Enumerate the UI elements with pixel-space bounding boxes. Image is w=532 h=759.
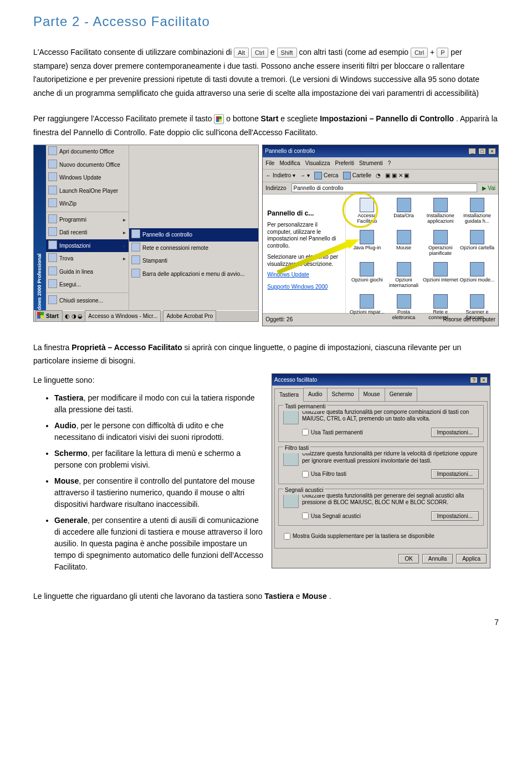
- address-input[interactable]: [291, 183, 477, 192]
- windows-key-icon: [214, 114, 224, 124]
- start-menu-item[interactable]: Chiudi sessione...: [46, 294, 129, 307]
- window-body: Pannello di c... Per personalizzare il c…: [263, 194, 498, 313]
- minimize-button[interactable]: _: [468, 148, 476, 155]
- text: L'Accesso Facilitato consente di utilizz…: [33, 48, 234, 57]
- start-menu-item[interactable]: Guida in linea: [46, 265, 129, 279]
- taskbar-app-1[interactable]: Accesso a Windows - Micr...: [85, 310, 161, 322]
- control-panel-item[interactable]: Rete e connessi...: [423, 294, 458, 325]
- dialog-tab[interactable]: Mouse: [359, 388, 385, 401]
- control-panel-window: Pannello di controllo _ □ × FileModifica…: [262, 145, 499, 326]
- start-menu-item[interactable]: Stampanti: [129, 254, 258, 268]
- group-label: Tasti permanenti: [283, 402, 327, 412]
- search-button[interactable]: Cerca: [314, 171, 339, 181]
- history-icon[interactable]: ◔: [376, 171, 381, 181]
- start-menu-item[interactable]: Esegui...: [46, 278, 129, 291]
- dialog-tab[interactable]: Tastiera: [274, 388, 304, 402]
- group-text: Utilizzare questa funzionalità per ridur…: [302, 450, 479, 464]
- bold: Mouse: [302, 592, 326, 601]
- start-menu-item[interactable]: Launch RealOne Player: [46, 184, 129, 198]
- control-panel-item[interactable]: Installazione applicazioni: [423, 198, 458, 229]
- group-text: Utilizzare questa funzionalità per gener…: [302, 493, 479, 506]
- dialog-tab[interactable]: Schermo: [327, 388, 359, 401]
- menu-item[interactable]: Strumenti: [359, 158, 383, 168]
- start-menu-item[interactable]: Barra delle applicazioni e menu di avvio…: [129, 268, 258, 281]
- start-menu-item[interactable]: Trova: [46, 252, 129, 265]
- control-panel-item[interactable]: Opzioni giochi: [349, 262, 385, 293]
- filter-keys-checkbox[interactable]: Usa Filtro tasti: [302, 469, 346, 479]
- control-panel-item[interactable]: Opzioni internazionali: [386, 262, 421, 293]
- back-button[interactable]: ← Indietro ▾: [265, 171, 295, 181]
- key-shift: Shift: [277, 48, 297, 58]
- control-panel-item[interactable]: Data/Ora: [386, 198, 421, 229]
- start-menu-submenu: Pannello di controlloRete e connessioni …: [129, 145, 258, 321]
- start-menu-item[interactable]: Pannello di controllo: [129, 228, 258, 242]
- close-button[interactable]: ×: [480, 377, 488, 383]
- control-panel-item[interactable]: Opzioni cartella: [459, 230, 495, 261]
- extra-checkbox-row: Mostra Guida supplementare per la tastie…: [278, 530, 484, 545]
- start-menu-item[interactable]: Rete e connessioni remote: [129, 242, 258, 255]
- pane-heading: Pannello di c...: [267, 208, 341, 219]
- start-menu-brand-strip: Windows 2000 Professional: [34, 145, 46, 321]
- folders-button[interactable]: Cartelle: [343, 171, 371, 181]
- toggle-keys-settings-button[interactable]: Impostazioni...: [431, 511, 479, 521]
- menu-item[interactable]: ?: [388, 158, 391, 168]
- toolbar-icons[interactable]: ▣ ▣ ✕ ▣: [385, 171, 409, 181]
- help-button[interactable]: ?: [470, 377, 478, 383]
- window-title: Pannello di controllo: [265, 146, 315, 156]
- dialog-tab[interactable]: Audio: [303, 388, 328, 401]
- start-menu-item[interactable]: Programmi: [46, 213, 129, 227]
- menu-item[interactable]: Visualizza: [305, 158, 330, 168]
- apply-button[interactable]: Applica: [456, 554, 487, 563]
- go-button[interactable]: ▶ Vai: [482, 183, 496, 193]
- control-panel-item[interactable]: Opzioni mode...: [459, 262, 495, 293]
- key-ctrl-2: Ctrl: [411, 48, 428, 58]
- forward-button[interactable]: → ▾: [300, 171, 310, 181]
- close-button[interactable]: ×: [488, 148, 496, 155]
- paragraph: La finestra Proprietà – Accesso Facilita…: [33, 341, 499, 368]
- control-panel-item[interactable]: Opzioni rispar...: [349, 294, 385, 325]
- support-link[interactable]: Supporto Windows 2000: [267, 282, 341, 292]
- taskbar-app-2[interactable]: Adobe Acrobat Pro: [163, 310, 216, 322]
- text: e: [296, 592, 303, 601]
- maximize-button[interactable]: □: [478, 148, 486, 155]
- tab-bar: TastieraAudioSchermoMouseGenerale: [272, 386, 490, 401]
- control-panel-item[interactable]: Installazione guidata h...: [459, 198, 495, 229]
- ok-button[interactable]: OK: [398, 554, 418, 563]
- menubar: FileModificaVisualizzaPreferitiStrumenti…: [263, 157, 498, 170]
- dialog-tab[interactable]: Generale: [385, 388, 417, 401]
- tab-panel: Tasti permanenti Utilizzare questa funzi…: [274, 401, 488, 549]
- menu-item[interactable]: Modifica: [279, 158, 300, 168]
- control-panel-item[interactable]: Posta elettronica: [386, 294, 421, 325]
- start-menu-item[interactable]: Impostazioni: [46, 239, 129, 253]
- start-menu-item[interactable]: Nuovo documento Office: [46, 158, 129, 172]
- sticky-keys-checkbox[interactable]: Usa Tasti permanenti: [302, 428, 363, 438]
- pane-text: Selezionare un elemento per visualizzare…: [267, 254, 341, 268]
- text: Le linguette che riguardano gli utenti c…: [33, 592, 264, 601]
- extra-help-checkbox[interactable]: Mostra Guida supplementare per la tastie…: [284, 531, 434, 541]
- start-menu-item[interactable]: Apri documento Office: [46, 145, 129, 158]
- key-ctrl: Ctrl: [251, 48, 268, 58]
- start-button[interactable]: Start: [35, 310, 63, 322]
- start-menu-item[interactable]: Dati recenti: [46, 226, 129, 239]
- accessibility-dialog: Accesso facilitato ? × TastieraAudioSche…: [272, 373, 490, 569]
- tab-description-item: Generale, per consentire a utenti di aus…: [54, 515, 266, 573]
- toggle-keys-checkbox[interactable]: Usa Segnali acustici: [302, 511, 361, 521]
- control-panel-item[interactable]: Scanner e fotocam...: [459, 294, 495, 325]
- control-panel-item[interactable]: Mouse: [386, 230, 421, 261]
- start-menu-item[interactable]: Windows Update: [46, 171, 129, 184]
- control-panel-item[interactable]: Opzioni Internet: [423, 262, 458, 293]
- sticky-keys-settings-button[interactable]: Impostazioni...: [431, 428, 479, 437]
- control-panel-item[interactable]: Accesso Facilitato: [349, 198, 385, 229]
- address-bar: Indirizzo ▶ Vai: [263, 182, 498, 195]
- filter-keys-settings-button[interactable]: Impostazioni...: [431, 469, 479, 479]
- menu-item[interactable]: Preferiti: [335, 158, 354, 168]
- menu-item[interactable]: File: [265, 158, 274, 168]
- cancel-button[interactable]: Annulla: [422, 554, 453, 563]
- control-panel-item[interactable]: Java Plug-in: [349, 230, 385, 261]
- tabs-intro: Le linguette sono:: [33, 373, 266, 387]
- text: e: [270, 48, 277, 57]
- dialog-titlebar: Accesso facilitato ? ×: [272, 374, 490, 386]
- control-panel-item[interactable]: Operazioni pianificate: [423, 230, 458, 261]
- start-menu-item[interactable]: WinZip: [46, 197, 129, 211]
- windows-update-link[interactable]: Windows Update: [267, 270, 341, 280]
